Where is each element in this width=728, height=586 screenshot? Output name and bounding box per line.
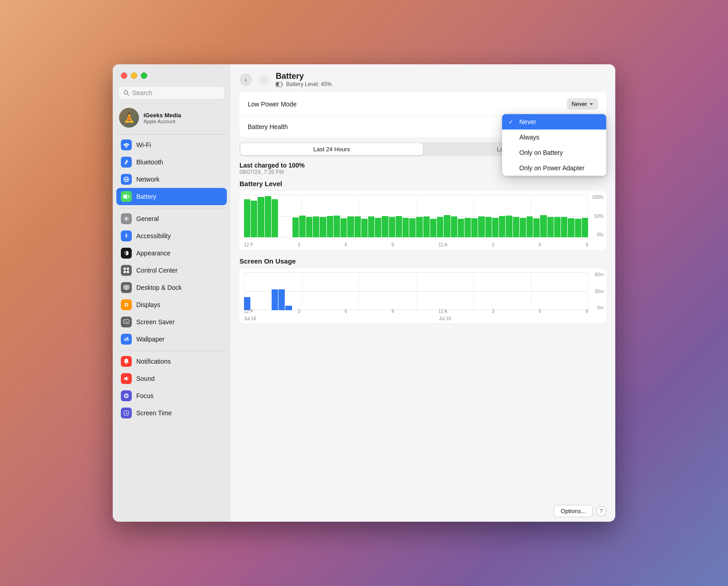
- dropdown-item-only-power[interactable]: Only on Power Adapter: [502, 160, 606, 176]
- battery-bar: [485, 217, 492, 237]
- battery-bar: [320, 217, 326, 237]
- sidebar-item-focus[interactable]: Focus: [116, 387, 227, 404]
- sidebar-item-wifi[interactable]: Wi-Fi: [116, 136, 227, 154]
- usage-date-labels: Jul 18 Jul 19: [244, 316, 588, 321]
- search-bar[interactable]: Search: [118, 86, 225, 100]
- svg-rect-27: [282, 83, 283, 85]
- options-button[interactable]: Options...: [554, 505, 593, 517]
- page-title: Battery: [276, 72, 332, 81]
- divider-mid2: [117, 351, 226, 351]
- battery-bar: [327, 216, 333, 237]
- sidebar-item-label-displays: Displays: [136, 301, 160, 308]
- usage-bar: [244, 297, 250, 310]
- low-power-dropdown-trigger[interactable]: Never: [567, 98, 598, 110]
- svg-point-23: [127, 337, 129, 339]
- page-subtitle: Battery Level: 45%: [276, 81, 332, 87]
- sidebar-section-network: Wi-Fi Bluetooth Network: [113, 136, 230, 205]
- screen-usage-title: Screen On Usage: [239, 257, 606, 265]
- battery-bar: [478, 216, 484, 237]
- battery-bar: [465, 218, 471, 237]
- battery-bar: [582, 218, 588, 237]
- accessibility-icon: [121, 231, 132, 241]
- battery-bar: [437, 217, 443, 237]
- battery-bar: [340, 218, 347, 237]
- wallpaper-icon: [121, 334, 132, 345]
- sidebar-item-general[interactable]: General: [116, 210, 227, 227]
- battery-bar: [299, 216, 306, 237]
- battery-x-labels: 12 P 3 6 9 12 A 3 6 9: [244, 242, 588, 247]
- sidebar-item-label-network: Network: [136, 176, 159, 183]
- sidebar-item-network[interactable]: Network: [116, 171, 227, 188]
- battery-bar: [396, 216, 402, 237]
- sidebar-item-battery[interactable]: Battery: [116, 188, 227, 205]
- sidebar-item-label-general: General: [136, 215, 159, 222]
- sound-icon: [121, 373, 132, 384]
- battery-bar: [306, 217, 312, 237]
- close-button[interactable]: [121, 72, 127, 79]
- svg-point-8: [125, 218, 128, 220]
- tab-last-24-hours[interactable]: Last 24 Hours: [240, 143, 423, 155]
- battery-bar: [251, 201, 257, 237]
- sidebar-item-appearance[interactable]: Appearance: [116, 245, 227, 262]
- sidebar-item-label-focus: Focus: [136, 392, 153, 399]
- sidebar-item-label-accessibility: Accessibility: [136, 232, 171, 240]
- battery-bar: [272, 199, 278, 237]
- battery-bar: [540, 215, 546, 237]
- general-icon: [121, 213, 132, 224]
- main-content: ‹ › Battery Battery Level: 45% Low Powe: [230, 64, 615, 522]
- user-section[interactable]: 🧘 iGeeks Media Apple Account: [113, 105, 230, 132]
- desktop-icon: [121, 282, 132, 293]
- sidebar-item-sound[interactable]: Sound: [116, 370, 227, 387]
- minimize-button[interactable]: [131, 72, 137, 79]
- svg-rect-11: [124, 268, 126, 270]
- battery-bar: [382, 216, 388, 237]
- help-button[interactable]: ?: [596, 506, 606, 516]
- dropdown-label-never: Never: [519, 118, 536, 125]
- page-header: Battery Battery Level: 45%: [276, 72, 332, 87]
- battery-bar: [575, 219, 581, 237]
- sidebar-item-wallpaper[interactable]: Wallpaper: [116, 331, 227, 348]
- dropdown-item-only-battery[interactable]: Only on Battery: [502, 145, 606, 160]
- screensaver-icon: [121, 317, 132, 327]
- dropdown-item-always[interactable]: Always: [502, 130, 606, 145]
- battery-bar: [554, 217, 560, 237]
- battery-bar: [416, 217, 422, 237]
- battery-y-labels: 100% 50% 0%: [592, 195, 603, 237]
- sidebar-item-label-wallpaper: Wallpaper: [136, 336, 165, 343]
- battery-bars: [244, 195, 588, 237]
- battery-icon: [121, 191, 132, 202]
- battery-bar: [402, 218, 409, 237]
- battery-bar: [458, 219, 464, 237]
- battery-bar: [258, 197, 264, 237]
- dropdown-label-only-power: Only on Power Adapter: [519, 164, 584, 172]
- sidebar-item-screentime[interactable]: Screen Time: [116, 404, 227, 422]
- wifi-icon: [121, 139, 132, 150]
- battery-bar: [389, 217, 395, 237]
- sidebar-item-label-bluetooth: Bluetooth: [136, 159, 163, 166]
- screen-usage-chart-section: Screen On Usage: [239, 257, 606, 323]
- back-button[interactable]: ‹: [239, 73, 252, 86]
- sidebar-item-screensaver[interactable]: Screen Saver: [116, 313, 227, 331]
- maximize-button[interactable]: [141, 72, 147, 79]
- sidebar-section-misc: Notifications Sound Focu: [113, 353, 230, 422]
- sidebar-item-controlcenter[interactable]: Control Center: [116, 262, 227, 279]
- battery-bar: [354, 216, 361, 237]
- sidebar-item-label-notifications: Notifications: [136, 358, 171, 365]
- sidebar-item-notifications[interactable]: Notifications: [116, 353, 227, 370]
- battery-health-label: Battery Health: [248, 123, 288, 130]
- sidebar-item-bluetooth[interactable]: Bluetooth: [116, 154, 227, 171]
- svg-rect-7: [124, 195, 127, 198]
- forward-button[interactable]: ›: [258, 73, 270, 86]
- system-settings-window: Search 🧘 iGeeks Media Apple Account Wi-F…: [113, 64, 615, 522]
- sidebar-item-accessibility[interactable]: Accessibility: [116, 227, 227, 245]
- screentime-icon: [121, 408, 132, 418]
- focus-icon: [121, 390, 132, 401]
- search-input[interactable]: Search: [132, 89, 152, 96]
- battery-bar: [347, 216, 354, 237]
- sidebar-item-desktop[interactable]: Desktop & Dock: [116, 279, 227, 296]
- svg-rect-13: [124, 271, 126, 273]
- divider-top: [117, 134, 226, 134]
- battery-bar: [409, 218, 416, 237]
- dropdown-item-never[interactable]: ✓ Never: [502, 114, 606, 130]
- sidebar-item-displays[interactable]: Displays: [116, 296, 227, 313]
